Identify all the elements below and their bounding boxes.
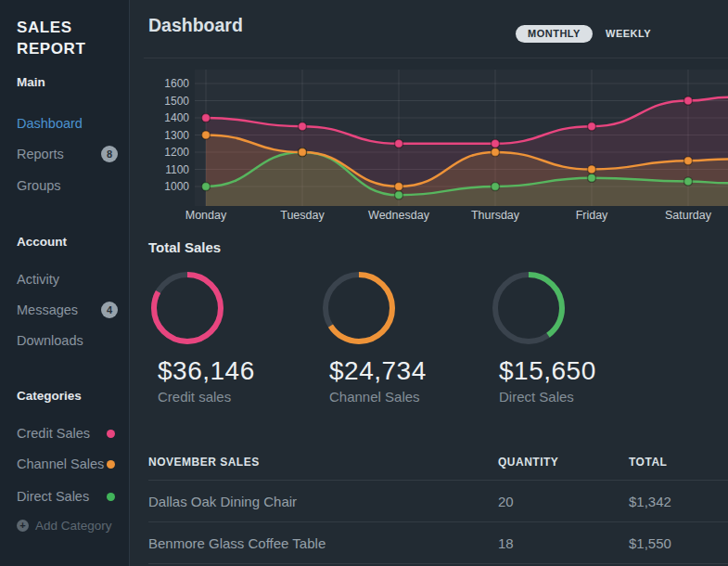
data-point: [202, 183, 211, 191]
donut-channel-sales: [317, 266, 401, 350]
table-row: Dallas Oak Dining Chair20$1,342: [148, 481, 728, 522]
total-amount: $36,146: [158, 356, 255, 386]
add-category-button[interactable]: + Add Category: [17, 516, 112, 534]
sales-table: NOVEMBER SALES QUANTITY TOTAL Dallas Oak…: [148, 444, 728, 564]
y-axis-labels: 1000110012001300140015001600: [164, 77, 189, 193]
sidebar-item-reports[interactable]: Reports8: [17, 144, 118, 164]
data-point: [684, 96, 693, 105]
sidebar: SALES REPORT MainDashboardReports8Groups…: [0, 0, 130, 566]
sales-line-chart: 1000110012001300140015001600MondayTuesda…: [139, 65, 728, 223]
col-header-total: TOTAL: [629, 456, 728, 469]
svg-text:1400: 1400: [164, 111, 189, 124]
svg-text:1100: 1100: [165, 163, 189, 176]
data-point: [395, 183, 403, 191]
svg-text:1300: 1300: [164, 129, 189, 142]
cell-product: Dallas Oak Dining Chair: [148, 494, 498, 509]
data-point: [588, 174, 596, 182]
total-card-credit-sales: $36,146Credit sales: [146, 266, 317, 350]
total-amount: $15,650: [499, 356, 596, 386]
sidebar-item-label: Channel Sales: [17, 457, 104, 471]
toggle-weekly[interactable]: WEEKLY: [606, 28, 651, 39]
total-label: Credit sales: [158, 389, 231, 405]
cell-product: Benmore Glass Coffee Table: [148, 535, 498, 551]
data-point: [684, 177, 693, 186]
page-title: Dashboard: [148, 15, 243, 36]
sidebar-item-label: Reports: [17, 147, 64, 161]
section-heading-main: Main: [17, 75, 45, 89]
category-dot: [107, 460, 115, 469]
x-axis-labels: MondayTuesdayWednesdayThursdayFridaySatu…: [185, 209, 712, 222]
total-sales-heading: Total Sales: [148, 239, 221, 255]
data-point: [684, 157, 693, 165]
svg-text:1600: 1600: [164, 77, 189, 90]
svg-text:Monday: Monday: [185, 209, 227, 222]
svg-text:Thursday: Thursday: [471, 209, 520, 222]
data-point: [588, 165, 596, 174]
count-badge: 4: [101, 302, 118, 318]
svg-text:1500: 1500: [164, 95, 189, 108]
total-amount: $24,734: [329, 356, 427, 386]
category-dot: [107, 430, 115, 438]
sidebar-item-activity[interactable]: Activity: [17, 269, 118, 289]
count-badge: 8: [101, 146, 118, 162]
dashboard-app: { "app": { "background": "#222b33", "sid…: [0, 0, 728, 566]
total-card-direct-sales: $15,650Direct Sales: [487, 266, 658, 350]
sidebar-item-label: Groups: [17, 178, 61, 193]
data-point: [395, 139, 403, 148]
data-point: [588, 122, 596, 131]
col-header-quantity: QUANTITY: [498, 456, 629, 469]
total-label: Channel Sales: [329, 389, 420, 405]
svg-text:Saturday: Saturday: [665, 209, 712, 222]
data-point: [492, 148, 500, 157]
sidebar-item-label: Dashboard: [17, 116, 83, 131]
sidebar-item-dashboard[interactable]: Dashboard: [17, 113, 118, 134]
section-heading-account: Account: [17, 235, 67, 249]
svg-text:1000: 1000: [164, 180, 189, 193]
data-point: [492, 183, 500, 191]
svg-text:Friday: Friday: [576, 209, 608, 222]
table-row: Benmore Glass Coffee Table18$1,550: [148, 522, 728, 564]
toggle-monthly[interactable]: MONTHLY: [516, 25, 593, 43]
sidebar-item-label: Activity: [17, 272, 59, 287]
data-point: [299, 122, 307, 131]
sidebar-item-direct-sales[interactable]: Direct Sales: [17, 486, 118, 507]
donut-direct-sales: [487, 266, 570, 350]
data-point: [202, 131, 211, 139]
plus-icon: +: [17, 520, 29, 532]
sidebar-item-label: Credit Sales: [17, 426, 90, 441]
sidebar-item-channel-sales[interactable]: Channel Sales: [17, 454, 118, 474]
data-point: [395, 191, 403, 199]
cell-quantity: 20: [498, 494, 629, 509]
cell-quantity: 18: [498, 535, 629, 551]
donut-credit-sales: [146, 266, 229, 350]
svg-text:Wednesday: Wednesday: [368, 209, 430, 222]
section-heading-categories: Categories: [17, 389, 82, 403]
header-divider: [144, 58, 728, 58]
total-label: Direct Sales: [499, 389, 574, 405]
table-header-row: NOVEMBER SALES QUANTITY TOTAL: [148, 444, 728, 481]
data-point: [202, 114, 211, 122]
data-point: [492, 139, 500, 148]
sidebar-item-label: Direct Sales: [17, 489, 89, 504]
svg-text:Tuesday: Tuesday: [280, 209, 325, 222]
data-point: [299, 148, 307, 157]
app-brand: SALES REPORT: [17, 17, 95, 59]
svg-text:1200: 1200: [164, 146, 189, 159]
col-header-product: NOVEMBER SALES: [148, 456, 498, 469]
category-dot: [107, 493, 115, 501]
cell-total: $1,342: [629, 494, 728, 509]
sidebar-item-groups[interactable]: Groups: [17, 175, 118, 196]
add-category-label: Add Category: [35, 519, 112, 533]
cell-total: $1,550: [629, 535, 728, 551]
sidebar-item-label: Messages: [17, 302, 78, 317]
sidebar-item-credit-sales[interactable]: Credit Sales: [17, 423, 118, 444]
sidebar-item-downloads[interactable]: Downloads: [17, 330, 118, 351]
sidebar-item-messages[interactable]: Messages4: [17, 300, 118, 320]
sidebar-item-label: Downloads: [17, 333, 83, 348]
total-card-channel-sales: $24,734Channel Sales: [317, 266, 489, 350]
